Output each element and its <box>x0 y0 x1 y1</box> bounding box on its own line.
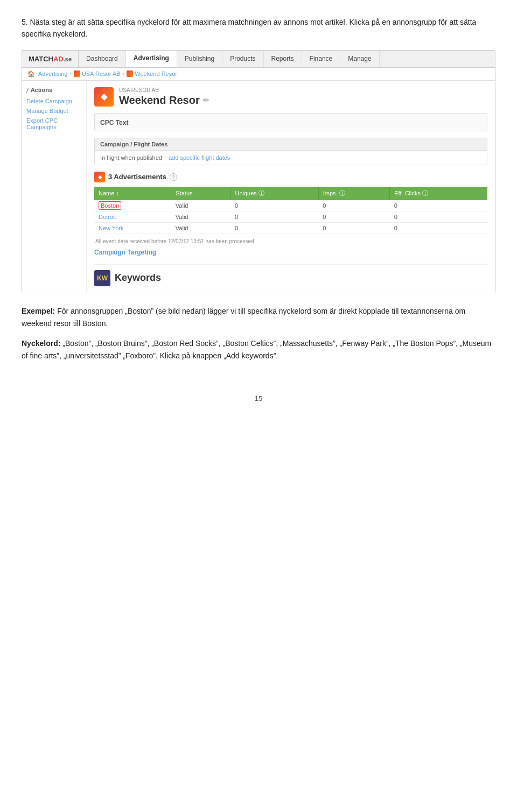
row-boston-uniques: 0 <box>230 200 318 211</box>
row-detroit-status: Valid <box>171 211 230 222</box>
table-header-eff-clicks: Eff. Clicks ⓘ <box>390 187 487 200</box>
ads-icon: ◆ <box>94 172 105 182</box>
example-label: Exempel: <box>22 307 55 315</box>
sidebar-delete-campaign[interactable]: Delete Campaign <box>26 97 82 105</box>
row-detroit-link[interactable]: Detroit <box>99 214 116 220</box>
cpc-box: CPC Text <box>94 113 487 131</box>
row-boston-status: Valid <box>171 200 230 211</box>
tab-reports[interactable]: Reports <box>264 51 302 67</box>
kw-logo: KW <box>94 270 110 286</box>
logo-accent: AD <box>53 55 64 63</box>
advertiser-header: ◆ USA RESOR AB Weekend Resor ✏ <box>94 87 487 107</box>
tab-manage[interactable]: Manage <box>340 51 379 67</box>
table-header-imps: Imps. ⓘ <box>318 187 389 200</box>
page-number: 15 <box>22 394 495 403</box>
screenshot-container: MATCHAD.se Dashboard Advertising Publish… <box>22 50 495 293</box>
campaign-section: Campaign / Flight Dates In flight when p… <box>94 138 487 165</box>
table-header-name: Name ↑ <box>94 187 171 200</box>
breadcrumb-usa-resor[interactable]: USA Resor AB <box>82 70 121 77</box>
campaign-section-header: Campaign / Flight Dates <box>95 138 487 151</box>
ads-table: Name ↑ Status Uniques ⓘ Imps. ⓘ Eff. Cli… <box>94 187 487 234</box>
app-nav: MATCHAD.se Dashboard Advertising Publish… <box>22 51 495 68</box>
tab-publishing[interactable]: Publishing <box>177 51 222 67</box>
logo-text: MATCHAD.se <box>29 55 72 63</box>
add-flight-dates-link[interactable]: add specific flight dates <box>169 154 230 161</box>
ads-section-header: ◆ 3 Advertisements ? <box>94 172 487 182</box>
cpc-title: CPC Text <box>100 119 128 126</box>
table-row: Boston Valid 0 0 0 <box>94 200 487 211</box>
campaign-targeting-link[interactable]: Campaign Targeting <box>94 249 487 256</box>
breadcrumb-weekend-resor[interactable]: Weekend Resor <box>135 70 177 77</box>
nyckelord-label: Nyckelord: <box>22 339 60 348</box>
campaign-section-body: In flight when published add specific fl… <box>95 151 487 165</box>
sidebar: Actions Delete Campaign Manage Budget Ex… <box>22 81 87 293</box>
breadcrumb-advertising[interactable]: Advertising <box>38 70 67 77</box>
row-boston-imps: 0 <box>318 200 389 211</box>
sidebar-manage-budget[interactable]: Manage Budget <box>26 107 82 115</box>
tab-products[interactable]: Products <box>222 51 263 67</box>
breadcrumb-sep-2: › <box>123 70 125 77</box>
row-newyork-imps: 0 <box>318 222 389 234</box>
row-newyork-link[interactable]: New York <box>99 225 123 231</box>
example-text: För annonsgruppen „Boston” (se bild neda… <box>22 307 465 328</box>
nyckelord-text: „Boston”, „Boston Bruins”, „Boston Red S… <box>22 339 491 360</box>
home-icon: 🏠 <box>27 70 35 77</box>
ads-count-label: 3 Advertisements <box>108 173 166 181</box>
advertiser-logo: ◆ <box>94 87 114 107</box>
breadcrumb: 🏠 Advertising › USA Resor AB › Weekend R… <box>22 68 495 81</box>
edit-icon[interactable]: ✏ <box>203 96 209 104</box>
row-newyork-uniques: 0 <box>230 222 318 234</box>
tab-dashboard[interactable]: Dashboard <box>79 51 126 67</box>
app-logo: MATCHAD.se <box>22 51 79 67</box>
row-boston-eff-clicks: 0 <box>390 200 487 211</box>
logo-domain: .se <box>64 56 72 62</box>
sidebar-actions-title: Actions <box>26 86 82 94</box>
table-header-status: Status <box>171 187 230 200</box>
right-panel: ◆ USA RESOR AB Weekend Resor ✏ CPC Text … <box>87 81 495 293</box>
row-detroit-eff-clicks: 0 <box>390 211 487 222</box>
main-content: Actions Delete Campaign Manage Budget Ex… <box>22 81 495 293</box>
nyckelord-paragraph: Nyckelord: „Boston”, „Boston Bruins”, „B… <box>22 337 495 362</box>
flight-status-text: In flight when published <box>100 154 162 161</box>
table-row: New York Valid 0 0 0 <box>94 222 487 234</box>
event-data-text: All event data received before 12/07/12 … <box>94 238 487 244</box>
ads-info-icon[interactable]: ? <box>170 173 177 181</box>
row-newyork-eff-clicks: 0 <box>390 222 487 234</box>
kw-title: Keywords <box>115 272 161 284</box>
advertiser-sub-label: USA RESOR AB <box>119 87 209 93</box>
row-detroit-imps: 0 <box>318 211 389 222</box>
row-detroit-uniques: 0 <box>230 211 318 222</box>
breadcrumb-sep-1: › <box>69 70 72 77</box>
tab-advertising[interactable]: Advertising <box>126 51 177 67</box>
table-row: Detroit Valid 0 0 0 <box>94 211 487 222</box>
row-newyork-status: Valid <box>171 222 230 234</box>
sidebar-export-cpc[interactable]: Export CPC Campaigns <box>26 117 82 131</box>
row-boston-link[interactable]: Boston <box>99 201 121 210</box>
keywords-header: KW Keywords <box>94 264 487 286</box>
tab-finance[interactable]: Finance <box>302 51 341 67</box>
example-paragraph: Exempel: För annonsgruppen „Boston” (se … <box>22 305 495 330</box>
advertiser-name-section: Weekend Resor ✏ <box>119 94 209 107</box>
advertiser-name: Weekend Resor <box>119 94 200 107</box>
intro-paragraph-1: 5. Nästa steg är att sätta specifika nyc… <box>22 16 495 40</box>
table-header-uniques: Uniques ⓘ <box>230 187 318 200</box>
nav-tabs: Dashboard Advertising Publishing Product… <box>79 51 380 67</box>
